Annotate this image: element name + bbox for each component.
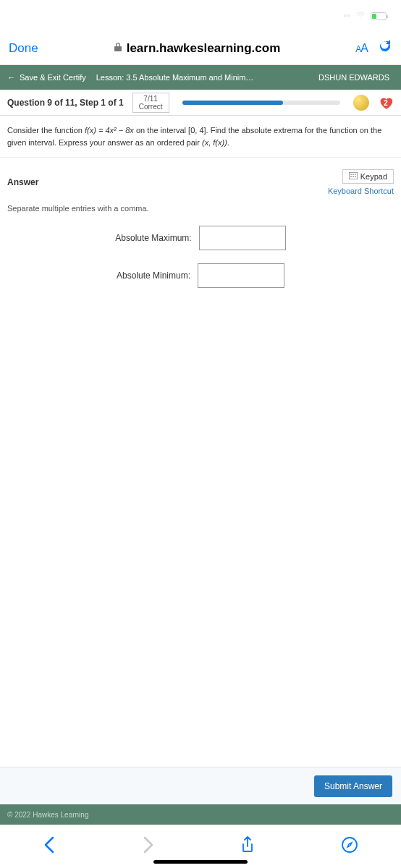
- svg-point-6: [355, 176, 356, 177]
- save-exit-button[interactable]: ← Save & Exit Certify: [7, 73, 86, 82]
- svg-point-7: [342, 838, 357, 852]
- lives-count: 2: [384, 98, 388, 106]
- svg-point-3: [355, 174, 356, 175]
- user-name[interactable]: DSHUN EDWARDS: [318, 73, 394, 82]
- question-info-bar: Question 9 of 11, Step 1 of 1 7/11 Corre…: [0, 90, 401, 116]
- answer-heading: Answer: [7, 177, 38, 187]
- absolute-min-input[interactable]: [198, 263, 284, 288]
- signal-icon: ••: [343, 10, 350, 22]
- absolute-min-row: Absolute Minimum:: [7, 263, 394, 288]
- lives-heart: 2: [378, 95, 394, 111]
- refresh-button[interactable]: [378, 39, 392, 57]
- ios-bottom-nav: [0, 825, 401, 868]
- progress-bar: [182, 101, 341, 105]
- absolute-max-input[interactable]: [199, 226, 286, 250]
- safari-button[interactable]: [341, 836, 358, 858]
- ios-status-bar: 5:19 ••: [0, 0, 401, 32]
- done-button[interactable]: Done: [9, 41, 38, 56]
- url-text: learn.hawkeslearning.com: [127, 41, 281, 56]
- nav-back-button[interactable]: [43, 835, 56, 859]
- url-display[interactable]: learn.hawkeslearning.com: [48, 41, 346, 56]
- nav-forward-button[interactable]: [142, 835, 155, 859]
- copyright-text: © 2022 Hawkes Learning: [7, 811, 88, 819]
- share-button[interactable]: [240, 835, 255, 859]
- keypad-button[interactable]: Keypad: [342, 169, 394, 184]
- status-time: 5:19: [14, 10, 36, 22]
- coin-icon: [353, 95, 369, 111]
- svg-point-5: [353, 176, 354, 177]
- answer-hint: Separate multiple entries with a comma.: [7, 204, 394, 213]
- score-box: 7/11 Correct: [132, 93, 169, 113]
- answer-header: Answer Keypad Keyboard Shortcut: [0, 158, 401, 198]
- absolute-max-row: Absolute Maximum:: [7, 226, 394, 250]
- svg-point-1: [350, 174, 352, 175]
- svg-point-4: [350, 176, 352, 177]
- back-arrow-icon: ←: [7, 73, 15, 82]
- absolute-min-label: Absolute Minimum:: [117, 271, 190, 281]
- problem-statement: Consider the function f(x) = 4x² − 8x on…: [0, 116, 401, 158]
- svg-rect-0: [349, 172, 358, 179]
- browser-toolbar: Done learn.hawkeslearning.com AA: [0, 32, 401, 65]
- app-header: ← Save & Exit Certify Lesson: 3.5 Absolu…: [0, 65, 401, 90]
- text-size-button[interactable]: AA: [355, 42, 368, 55]
- status-right-cluster: ••: [343, 10, 387, 22]
- keypad-icon: [349, 172, 358, 181]
- absolute-max-label: Absolute Maximum:: [115, 233, 191, 243]
- lock-icon: [114, 42, 122, 54]
- submit-bar: Submit Answer: [0, 767, 401, 804]
- wifi-icon: [355, 10, 366, 22]
- footer: © 2022 Hawkes Learning: [0, 804, 401, 825]
- lesson-title: Lesson: 3.5 Absolute Maximum and Minim…: [96, 73, 308, 82]
- keyboard-shortcut-link[interactable]: Keyboard Shortcut: [328, 187, 394, 195]
- question-label: Question 9 of 11, Step 1 of 1: [7, 98, 124, 108]
- home-indicator[interactable]: [153, 860, 248, 864]
- submit-answer-button[interactable]: Submit Answer: [314, 775, 392, 797]
- svg-point-2: [353, 174, 354, 175]
- battery-icon: [371, 12, 387, 20]
- answer-body: Separate multiple entries with a comma. …: [0, 198, 401, 302]
